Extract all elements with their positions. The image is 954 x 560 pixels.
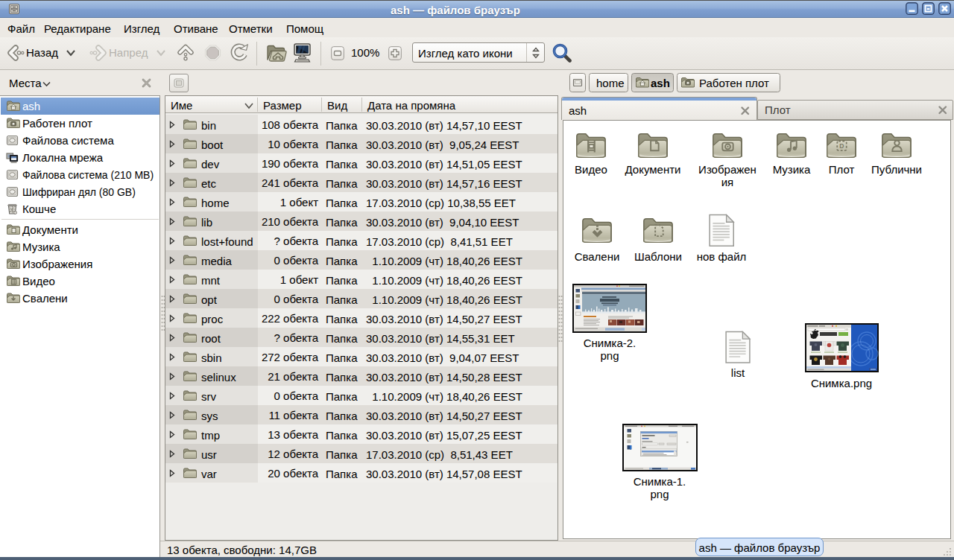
svg-text:D: D	[839, 142, 844, 150]
